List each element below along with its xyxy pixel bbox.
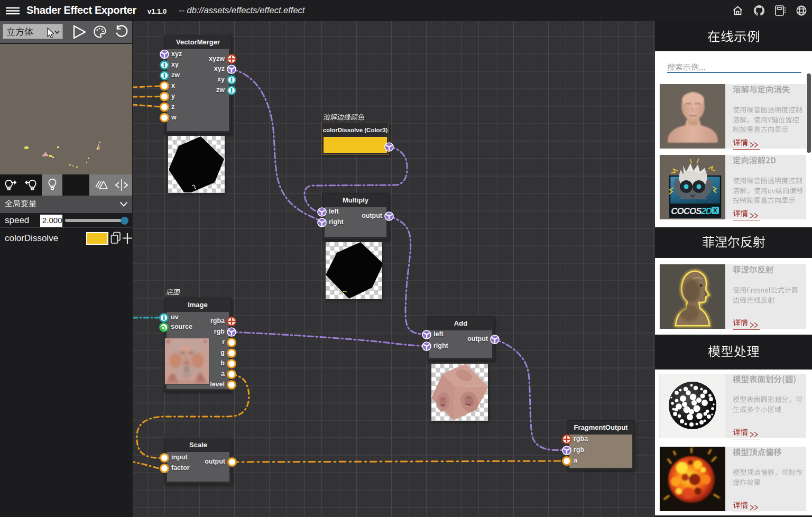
svg-text:COCOS: COCOS [671, 206, 702, 216]
svg-text:2D: 2D [700, 206, 712, 216]
svg-text:X: X [713, 207, 717, 214]
